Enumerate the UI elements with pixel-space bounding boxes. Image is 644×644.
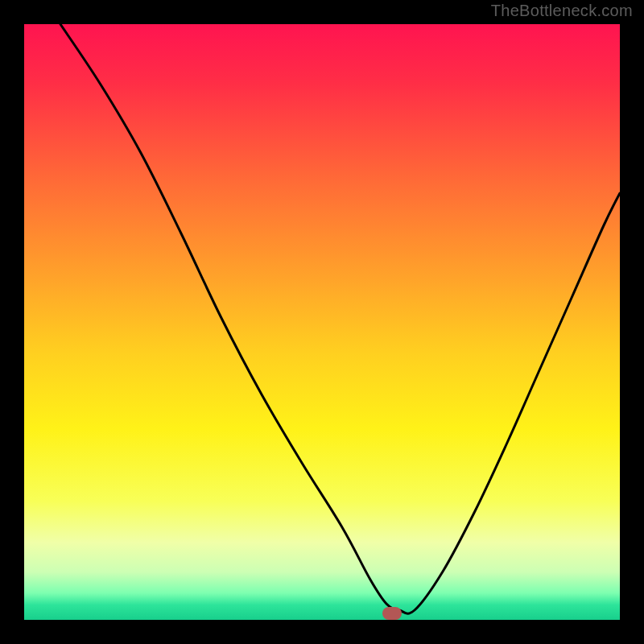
bottleneck-marker [382,607,402,620]
watermark-text: TheBottleneck.com [491,2,633,20]
plot-area [24,24,620,620]
chart-curve [24,24,620,620]
